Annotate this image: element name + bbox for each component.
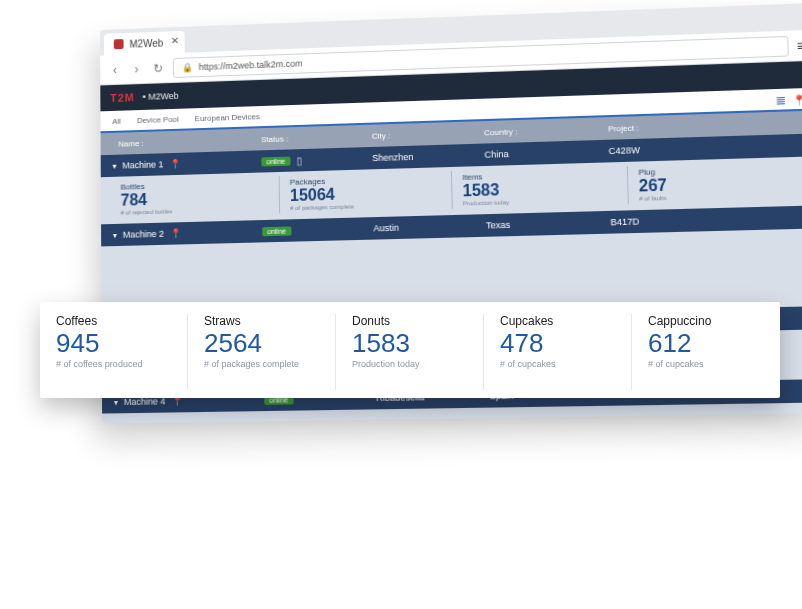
chevron-down-icon[interactable]: ▾	[113, 161, 117, 170]
overlay-value: 945	[56, 328, 171, 359]
brand-logo: T2M	[110, 91, 135, 104]
status-badge: online	[261, 156, 290, 166]
overlay-sub: # of cupcakes	[648, 359, 764, 369]
overlay-stat[interactable]: Coffees 945 # of coffees produced	[40, 314, 188, 390]
favicon	[114, 39, 124, 49]
machine-project: C428W	[609, 140, 802, 156]
overlay-stat[interactable]: Cappuccino 612 # of cupcakes	[632, 314, 780, 390]
overlay-stat[interactable]: Straws 2564 # of packages complete	[188, 314, 336, 390]
tablet-icon: ▯	[296, 155, 302, 166]
stat-card[interactable]: Plug 267 # of faults	[628, 161, 802, 204]
map-pin-icon[interactable]: 📍	[169, 159, 180, 169]
overlay-title: Cappuccino	[648, 314, 764, 328]
tab-all[interactable]: All	[112, 116, 121, 125]
machine-name: Machine 1	[122, 159, 163, 170]
col-status[interactable]: Status :	[261, 131, 372, 144]
highlight-overlay: Coffees 945 # of coffees produced Straws…	[40, 302, 780, 398]
col-city[interactable]: City :	[372, 128, 484, 141]
col-country[interactable]: Country :	[484, 124, 608, 137]
overlay-sub: # of coffees produced	[56, 359, 171, 369]
overlay-title: Coffees	[56, 314, 171, 328]
col-name[interactable]: Name :	[118, 135, 261, 148]
status-badge: online	[262, 226, 291, 236]
reload-icon[interactable]: ↻	[151, 61, 165, 75]
app-subtitle: • M2Web	[143, 91, 179, 102]
overlay-sub: Production today	[352, 359, 467, 369]
machine-project: B417D	[610, 212, 802, 227]
machine-country: Texas	[486, 217, 611, 231]
close-icon[interactable]: ✕	[171, 35, 179, 46]
map-pin-icon[interactable]: 📍	[792, 94, 802, 106]
url-text: https://m2web.talk2m.com	[199, 58, 303, 72]
overlay-sub: # of packages complete	[204, 359, 319, 369]
overlay-value: 1583	[352, 328, 467, 359]
tab-device-pool[interactable]: Device Pool	[137, 114, 179, 124]
machine-country: China	[484, 146, 608, 160]
browser-tab[interactable]: M2Web ✕	[104, 31, 185, 56]
chevron-down-icon[interactable]: ▾	[114, 397, 118, 406]
list-view-icon[interactable]: ≣	[775, 93, 786, 108]
overlay-title: Donuts	[352, 314, 467, 328]
lock-icon: 🔒	[182, 62, 193, 72]
overlay-title: Straws	[204, 314, 319, 328]
forward-icon[interactable]: ›	[130, 62, 144, 76]
overlay-value: 2564	[204, 328, 319, 359]
col-project[interactable]: Project :	[608, 118, 802, 133]
overlay-stat[interactable]: Cupcakes 478 # of cupcakes	[484, 314, 632, 390]
stat-card[interactable]: Items 1583 Production today	[452, 166, 629, 209]
machine-city: Shenzhen	[372, 150, 484, 164]
tab-european[interactable]: European Devices	[195, 112, 260, 123]
stat-card[interactable]: Bottles 784 # of rejected bottles	[111, 176, 280, 218]
browser-tab-title: M2Web	[129, 37, 163, 49]
machine-name: Machine 2	[123, 229, 164, 240]
machine-city: Austin	[373, 220, 486, 233]
back-icon[interactable]: ‹	[108, 62, 122, 76]
menu-icon[interactable]: ≡	[797, 37, 802, 54]
overlay-stat[interactable]: Donuts 1583 Production today	[336, 314, 484, 390]
stat-card[interactable]: Packages 15064 # of packages complete	[280, 171, 453, 213]
overlay-value: 478	[500, 328, 615, 359]
overlay-title: Cupcakes	[500, 314, 615, 328]
overlay-value: 612	[648, 328, 764, 359]
chevron-down-icon[interactable]: ▾	[113, 230, 117, 239]
map-pin-icon[interactable]: 📍	[170, 228, 181, 238]
overlay-sub: # of cupcakes	[500, 359, 615, 369]
